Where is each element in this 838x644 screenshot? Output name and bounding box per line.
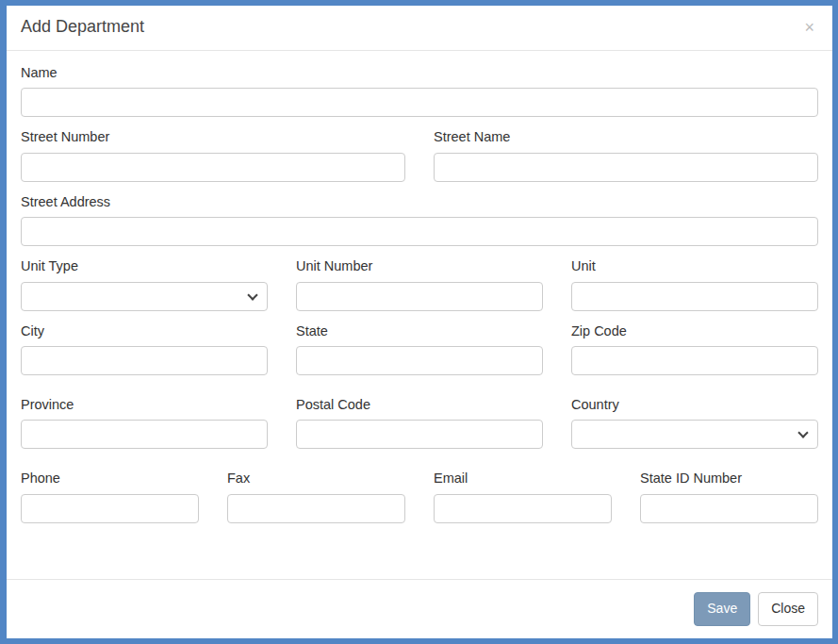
city-field-group: City <box>21 323 268 375</box>
unit-input[interactable] <box>571 282 818 311</box>
unit-number-label: Unit Number <box>296 258 543 274</box>
name-field-group: Name <box>21 65 818 117</box>
unit-type-label: Unit Type <box>21 258 268 274</box>
email-label: Email <box>434 471 612 487</box>
unit-field-group: Unit <box>571 258 818 310</box>
street-number-input[interactable] <box>21 153 405 182</box>
modal-footer: Save Close <box>7 579 832 638</box>
close-icon[interactable]: × <box>800 17 818 38</box>
form-row-province: Province Postal Code Country <box>21 397 818 449</box>
form-row-street: Street Number Street Name <box>21 129 818 181</box>
name-input[interactable] <box>21 88 818 117</box>
state-field-group: State <box>296 323 543 375</box>
unit-number-input[interactable] <box>296 282 543 311</box>
unit-type-select[interactable] <box>21 282 268 311</box>
fax-label: Fax <box>227 471 405 487</box>
modal-header: Add Department × <box>7 6 832 51</box>
email-field-group: Email <box>434 471 612 522</box>
city-label: City <box>21 323 268 339</box>
add-department-modal: Add Department × Name Street Number Stre… <box>0 0 838 644</box>
country-label: Country <box>571 397 818 413</box>
street-address-field-group: Street Address <box>21 194 818 246</box>
state-id-number-label: State ID Number <box>640 471 818 487</box>
form-row-city: City State Zip Code <box>21 323 818 375</box>
street-name-label: Street Name <box>434 129 818 145</box>
street-name-input[interactable] <box>434 153 818 182</box>
phone-label: Phone <box>21 471 199 487</box>
unit-number-field-group: Unit Number <box>296 258 543 310</box>
street-address-label: Street Address <box>21 194 818 210</box>
modal-body: Name Street Number Street Name Street Ad… <box>7 51 832 579</box>
state-id-number-field-group: State ID Number <box>640 471 818 522</box>
country-field-group: Country <box>571 397 818 449</box>
save-button[interactable]: Save <box>694 592 750 626</box>
zip-code-field-group: Zip Code <box>571 323 818 375</box>
fax-field-group: Fax <box>227 471 405 522</box>
province-label: Province <box>21 397 268 413</box>
postal-code-input[interactable] <box>296 420 543 449</box>
postal-code-label: Postal Code <box>296 397 543 413</box>
unit-type-field-group: Unit Type <box>21 258 268 310</box>
email-input[interactable] <box>434 494 612 523</box>
state-id-number-input[interactable] <box>640 494 818 523</box>
postal-code-field-group: Postal Code <box>296 397 543 449</box>
street-name-field-group: Street Name <box>434 129 818 181</box>
form-row-name: Name <box>21 65 818 117</box>
street-number-label: Street Number <box>21 129 405 145</box>
phone-field-group: Phone <box>21 471 199 522</box>
close-button[interactable]: Close <box>758 592 818 626</box>
form-row-street-address: Street Address <box>21 194 818 246</box>
unit-label: Unit <box>571 258 818 274</box>
zip-code-input[interactable] <box>571 346 818 375</box>
zip-code-label: Zip Code <box>571 323 818 339</box>
state-input[interactable] <box>296 346 543 375</box>
street-address-input[interactable] <box>21 217 818 246</box>
name-label: Name <box>21 65 818 81</box>
country-select[interactable] <box>571 420 818 449</box>
province-field-group: Province <box>21 397 268 449</box>
modal-title: Add Department <box>21 17 144 38</box>
city-input[interactable] <box>21 346 268 375</box>
street-number-field-group: Street Number <box>21 129 405 181</box>
fax-input[interactable] <box>227 494 405 523</box>
state-label: State <box>296 323 543 339</box>
form-row-unit: Unit Type Unit Number Unit <box>21 258 818 310</box>
form-row-contact: Phone Fax Email State ID Number <box>21 471 818 522</box>
phone-input[interactable] <box>21 494 199 523</box>
province-input[interactable] <box>21 420 268 449</box>
